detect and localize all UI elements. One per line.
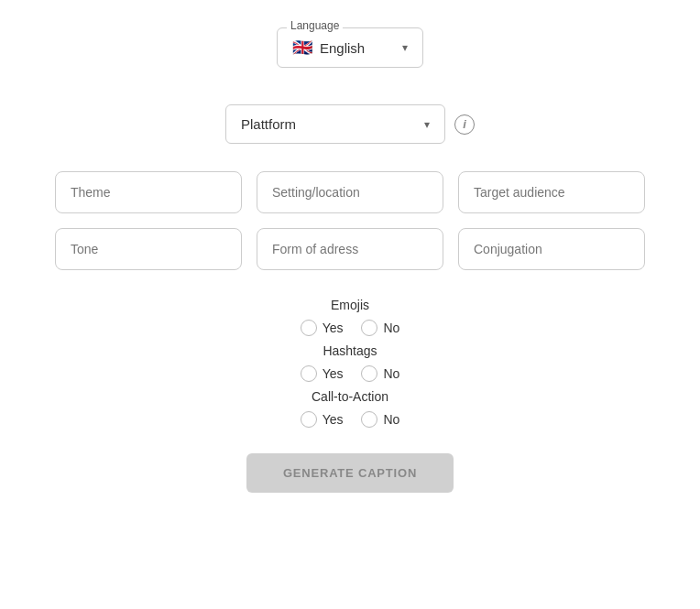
emojis-no-label: No bbox=[383, 321, 399, 335]
language-value-display[interactable]: 🇬🇧 English ▾ bbox=[292, 38, 408, 58]
platform-section: Plattform ▾ i bbox=[55, 104, 645, 144]
platform-value-display[interactable]: Plattform ▾ bbox=[241, 116, 430, 132]
cta-section: Call-to-Action Yes No bbox=[55, 389, 645, 428]
info-icon[interactable]: i bbox=[454, 114, 475, 135]
inputs-grid bbox=[55, 171, 645, 270]
emojis-yes-option[interactable]: Yes bbox=[301, 320, 344, 336]
language-text: English bbox=[320, 40, 365, 56]
emojis-yes-radio[interactable] bbox=[301, 320, 317, 336]
form-of-adress-input[interactable] bbox=[257, 228, 443, 270]
cta-no-label: No bbox=[383, 412, 399, 427]
cta-yes-radio[interactable] bbox=[301, 411, 317, 428]
cta-yes-label: Yes bbox=[323, 412, 344, 427]
generate-caption-button[interactable]: GENERATE CAPTION bbox=[246, 453, 454, 493]
language-select[interactable]: Language 🇬🇧 English ▾ bbox=[277, 27, 423, 68]
hashtags-yes-radio[interactable] bbox=[301, 365, 317, 382]
setting-location-input[interactable] bbox=[257, 171, 443, 213]
theme-input[interactable] bbox=[55, 171, 242, 213]
hashtags-no-option[interactable]: No bbox=[361, 365, 399, 382]
cta-yes-option[interactable]: Yes bbox=[301, 411, 344, 428]
cta-label: Call-to-Action bbox=[312, 389, 388, 404]
cta-radio-group: Yes No bbox=[301, 411, 400, 428]
hashtags-label: Hashtags bbox=[323, 343, 377, 358]
hashtags-yes-option[interactable]: Yes bbox=[301, 365, 344, 382]
chevron-down-icon: ▾ bbox=[424, 118, 430, 131]
hashtags-radio-group: Yes No bbox=[301, 365, 400, 382]
hashtags-yes-label: Yes bbox=[323, 366, 344, 381]
target-audience-input[interactable] bbox=[458, 171, 645, 213]
language-label: Language bbox=[287, 19, 343, 32]
hashtags-no-radio[interactable] bbox=[361, 365, 377, 382]
platform-text: Plattform bbox=[241, 116, 296, 132]
emojis-radio-group: Yes No bbox=[301, 320, 400, 336]
conjugation-input[interactable] bbox=[458, 228, 645, 270]
hashtags-section: Hashtags Yes No bbox=[55, 343, 645, 382]
flag-icon: 🇬🇧 bbox=[292, 38, 312, 58]
tone-input[interactable] bbox=[55, 228, 242, 270]
cta-no-option[interactable]: No bbox=[361, 411, 399, 428]
hashtags-no-label: No bbox=[383, 366, 399, 381]
emojis-no-radio[interactable] bbox=[361, 320, 377, 336]
emojis-label: Emojis bbox=[331, 298, 369, 312]
emojis-section: Emojis Yes No bbox=[55, 298, 645, 336]
chevron-down-icon: ▾ bbox=[402, 41, 408, 54]
language-section: Language 🇬🇧 English ▾ bbox=[55, 27, 645, 68]
platform-select[interactable]: Plattform ▾ bbox=[225, 104, 445, 144]
emojis-no-option[interactable]: No bbox=[361, 320, 399, 336]
emojis-yes-label: Yes bbox=[323, 321, 344, 335]
cta-no-radio[interactable] bbox=[361, 411, 377, 428]
